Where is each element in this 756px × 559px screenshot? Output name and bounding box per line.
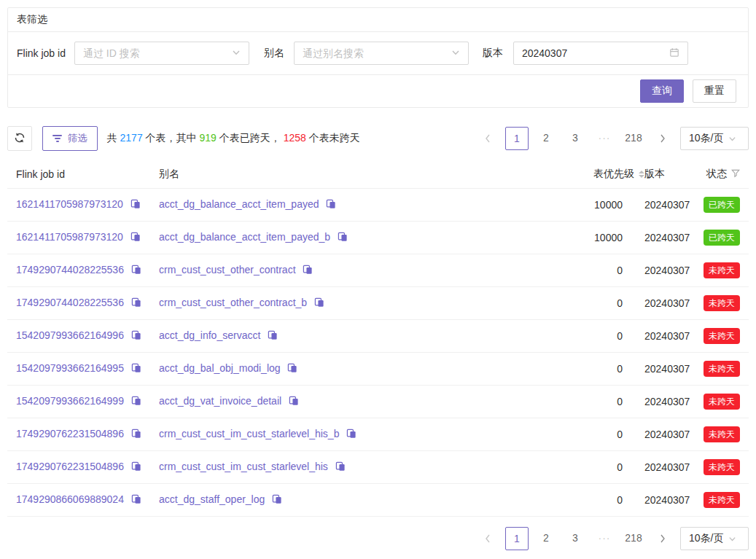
copy-icon[interactable]: [265, 331, 278, 343]
status-badge: 未跨天: [704, 328, 740, 344]
status-badge: 未跨天: [704, 295, 740, 311]
flink-job-id-link[interactable]: 1542097993662164999: [16, 395, 124, 407]
copy-icon[interactable]: [128, 462, 141, 474]
copy-icon[interactable]: [285, 364, 298, 375]
alias-link[interactable]: crm_cust_cust_other_contract_b: [159, 297, 307, 308]
alias-link[interactable]: crm_cust_cust_other_contract: [159, 264, 296, 275]
filter-button[interactable]: 筛选: [42, 126, 98, 151]
flink-job-id-select[interactable]: [74, 42, 249, 65]
alias-link[interactable]: crm_cust_cust_im_cust_starlevel_his: [159, 461, 328, 472]
flink-job-id-label: Flink job id: [17, 47, 66, 59]
col-header-status: 状态: [690, 160, 749, 188]
reset-button[interactable]: 重置: [693, 79, 736, 103]
copy-icon[interactable]: [343, 429, 356, 441]
flink-job-id-link[interactable]: 1621411705987973120: [16, 231, 123, 243]
flink-job-id-link[interactable]: 1749290762231504896: [16, 428, 124, 439]
flink-job-id-link[interactable]: 1621411705987973120: [16, 198, 123, 210]
pagination-jump[interactable]: ···: [593, 527, 616, 550]
flink-job-id-link[interactable]: 1749290744028225536: [16, 297, 124, 308]
alias-link[interactable]: acct_dg_bal_obj_modi_log: [159, 362, 281, 374]
flink-job-id-link[interactable]: 1749290866069889024: [16, 493, 124, 505]
summary-mid1: 个表，其中: [143, 132, 200, 144]
filter-funnel-icon[interactable]: [731, 168, 740, 180]
page-size-label: 10条/页: [689, 532, 723, 545]
priority-value: 0: [528, 352, 644, 385]
pagination-next-button[interactable]: [651, 127, 674, 150]
sort-icon[interactable]: [639, 171, 644, 178]
pagination-bottom: 123···21810条/页: [476, 527, 749, 550]
query-button[interactable]: 查询: [640, 79, 684, 103]
pagination-page-218[interactable]: 218: [622, 127, 645, 150]
alias-link[interactable]: acct_dg_balance_acct_item_payed_b: [159, 231, 330, 243]
copy-icon[interactable]: [128, 265, 141, 277]
pagination-page-1[interactable]: 1: [505, 527, 529, 550]
pagination-next-button[interactable]: [651, 527, 674, 550]
copy-icon[interactable]: [128, 200, 141, 211]
priority-value: 0: [528, 385, 644, 418]
copy-icon[interactable]: [332, 462, 346, 474]
copy-icon[interactable]: [128, 331, 141, 343]
copy-icon[interactable]: [128, 232, 141, 244]
priority-value: 0: [528, 286, 644, 319]
version-date-picker[interactable]: [513, 42, 688, 65]
pagination-page-2[interactable]: 2: [534, 127, 558, 150]
copy-icon[interactable]: [269, 495, 282, 507]
filter-card: 表筛选 Flink job id 别名 版本: [7, 7, 749, 108]
copy-icon[interactable]: [335, 232, 348, 244]
copy-icon[interactable]: [128, 298, 141, 310]
refresh-button[interactable]: [7, 126, 32, 151]
col-header-priority[interactable]: 表优先级: [528, 160, 644, 188]
pagination-page-3[interactable]: 3: [564, 527, 587, 550]
priority-value: 0: [528, 450, 644, 483]
col-header-version: 版本: [644, 160, 690, 188]
filter-button-label: 筛选: [68, 132, 87, 145]
copy-icon[interactable]: [286, 396, 299, 408]
copy-icon[interactable]: [128, 364, 141, 375]
table-row: 1542097993662164996 acct_dg_info_servacc…: [7, 319, 749, 352]
page-size-select[interactable]: 10条/页: [680, 127, 749, 150]
table-row: 1749290762231504896 crm_cust_cust_im_cus…: [7, 418, 749, 450]
pagination-prev-button[interactable]: [476, 527, 499, 550]
chevron-down-icon: [451, 47, 460, 59]
summary-prefix: 共: [107, 132, 120, 144]
copy-icon[interactable]: [300, 265, 313, 277]
calendar-icon: [669, 47, 679, 60]
alias-select[interactable]: [294, 42, 469, 65]
pagination-prev-button[interactable]: [476, 127, 499, 150]
priority-value: 0: [528, 319, 644, 352]
pagination-page-218[interactable]: 218: [622, 527, 645, 550]
pagination-page-1[interactable]: 1: [505, 127, 529, 150]
pagination-jump[interactable]: ···: [593, 127, 616, 150]
copy-icon[interactable]: [311, 298, 324, 310]
alias-link[interactable]: acct_dg_balance_acct_item_payed: [159, 198, 319, 210]
alias-link[interactable]: acct_dg_vat_invoice_detail: [159, 395, 281, 407]
pagination-page-2[interactable]: 2: [534, 527, 558, 550]
alias-input[interactable]: [303, 47, 451, 59]
copy-icon[interactable]: [128, 396, 141, 408]
alias-link[interactable]: acct_dg_info_servacct: [159, 329, 260, 341]
flink-job-id-link[interactable]: 1542097993662164995: [16, 362, 124, 374]
page-size-select[interactable]: 10条/页: [680, 527, 749, 550]
flink-job-id-link[interactable]: 1749290762231504896: [16, 461, 124, 472]
version-label: 版本: [483, 47, 503, 60]
copy-icon[interactable]: [324, 200, 337, 211]
copy-icon[interactable]: [128, 429, 141, 441]
version-value: 20240307: [644, 385, 690, 418]
flink-job-id-link[interactable]: 1749290744028225536: [16, 264, 124, 275]
priority-value: 10000: [528, 221, 644, 254]
pagination-page-3[interactable]: 3: [564, 127, 587, 150]
copy-icon[interactable]: [128, 495, 141, 507]
flink-job-id-input[interactable]: [83, 47, 232, 59]
filter-card-title: 表筛选: [17, 13, 47, 26]
alias-link[interactable]: crm_cust_cust_im_cust_starlevel_his_b: [159, 428, 339, 439]
version-input[interactable]: [522, 47, 669, 59]
table-row: 1542097993662164999 acct_dg_vat_invoice_…: [7, 385, 749, 418]
status-badge: 未跨天: [704, 426, 740, 442]
alias-link[interactable]: acct_dg_staff_oper_log: [159, 493, 265, 505]
summary-mid2: 个表已跨天，: [217, 132, 284, 144]
status-badge: 未跨天: [704, 361, 740, 377]
flink-job-id-link[interactable]: 1542097993662164996: [16, 329, 124, 341]
table-row: 1749290866069889024 acct_dg_staff_oper_l…: [7, 483, 749, 516]
priority-value: 0: [528, 483, 644, 516]
status-badge: 未跨天: [704, 492, 740, 508]
